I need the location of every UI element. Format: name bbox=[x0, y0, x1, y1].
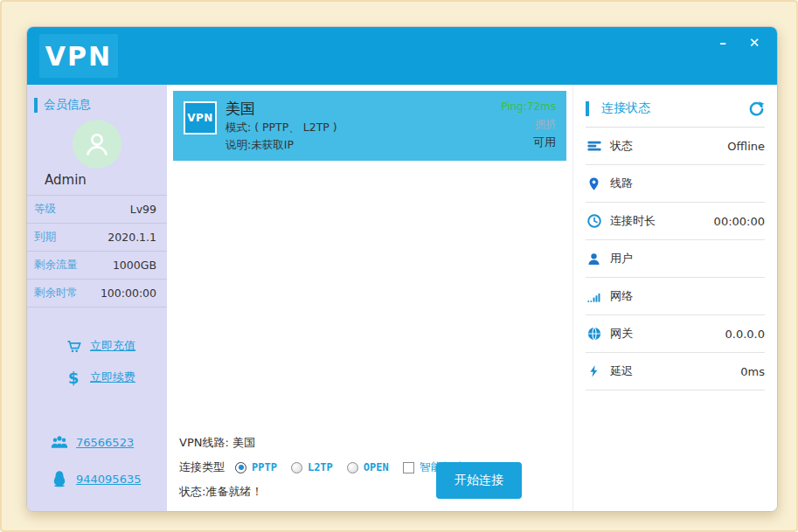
radio-icon[interactable] bbox=[347, 462, 358, 473]
section-marker bbox=[586, 101, 589, 116]
protocol-radio-l2tp[interactable]: L2TP bbox=[291, 461, 333, 473]
lightning-icon bbox=[586, 363, 602, 380]
stat-label: 剩余流量 bbox=[34, 258, 78, 273]
status-row-network: 网络 bbox=[586, 278, 765, 315]
stat-value: Lv99 bbox=[130, 203, 156, 216]
server-row-usa[interactable]: VPN 美国 模式: ( PPTP、 L2TP ) 说明:未获取IP Ping:… bbox=[173, 91, 566, 161]
checkbox-icon[interactable] bbox=[403, 462, 414, 473]
stat-value: 2020.1.1 bbox=[108, 231, 156, 244]
status-row-label: 线路 bbox=[610, 176, 633, 191]
status-row-state: 状态 Offline bbox=[586, 128, 765, 165]
server-name: 美国 bbox=[226, 99, 337, 119]
radio-selected-icon[interactable] bbox=[235, 462, 246, 473]
status-row-value: 00:00:00 bbox=[714, 215, 765, 228]
app-logo: VPN bbox=[39, 34, 118, 78]
group-icon bbox=[50, 432, 69, 452]
renew-link-label: 立即续费 bbox=[90, 370, 135, 385]
stat-row-traffic: 剩余流量 1000GB bbox=[27, 252, 167, 280]
member-info-title: 会员信息 bbox=[44, 97, 91, 113]
username: Admin bbox=[27, 170, 167, 196]
connect-button[interactable]: 开始连接 bbox=[436, 462, 522, 499]
dollar-icon: $ bbox=[66, 370, 81, 385]
user-avatar-icon bbox=[80, 127, 114, 162]
qq-number: 944095635 bbox=[76, 473, 141, 486]
protocol-radio-pptp[interactable]: PPTP bbox=[235, 461, 277, 473]
stat-label: 到期 bbox=[34, 230, 56, 245]
status-panel-header: 连接状态 bbox=[586, 95, 765, 121]
window-controls: – ✕ bbox=[714, 34, 763, 52]
user-icon bbox=[586, 251, 602, 267]
stat-label: 等级 bbox=[34, 202, 56, 217]
app-logo-text: VPN bbox=[45, 41, 112, 72]
status-row-label: 网关 bbox=[610, 326, 633, 342]
vpn-badge-text: VPN bbox=[185, 103, 215, 133]
connection-controls: VPN线路: 美国 连接类型 PPTP L2TP bbox=[167, 433, 572, 511]
title-bar[interactable]: VPN – ✕ bbox=[27, 27, 777, 85]
connection-type-label: 连接类型 bbox=[179, 459, 225, 475]
status-row-line: 线路 bbox=[586, 165, 765, 203]
cart-icon bbox=[66, 338, 81, 354]
server-flag-badge: VPN bbox=[184, 101, 217, 135]
member-sidebar: 会员信息 Admin 等级 Lv99 到期 2020.1.1 bbox=[27, 85, 167, 511]
server-list-area: VPN 美国 模式: ( PPTP、 L2TP ) 说明:未获取IP Ping:… bbox=[167, 85, 572, 511]
section-marker bbox=[34, 98, 38, 113]
stat-value: 100:00:00 bbox=[101, 287, 156, 300]
protocol-label: PPTP bbox=[252, 461, 277, 473]
member-info-header: 会员信息 bbox=[34, 97, 167, 113]
qq-icon bbox=[50, 469, 69, 488]
status-row-label: 用户 bbox=[610, 251, 633, 266]
account-links: 立即充值 $ 立即续费 bbox=[27, 330, 167, 393]
protocol-radio-open[interactable]: OPEN bbox=[347, 461, 389, 473]
recharge-link-label: 立即充值 bbox=[90, 338, 135, 354]
protocol-label: OPEN bbox=[364, 461, 389, 473]
status-row-value: 0.0.0.0 bbox=[725, 328, 765, 341]
signal-bars-icon bbox=[586, 288, 602, 305]
refresh-icon[interactable] bbox=[748, 100, 765, 117]
stat-label: 剩余时常 bbox=[34, 286, 78, 301]
qq-contact-link[interactable]: 944095635 bbox=[27, 460, 167, 497]
server-description: 说明:未获取IP bbox=[226, 136, 337, 154]
server-list-empty-space bbox=[167, 161, 572, 433]
server-load: 拥挤 bbox=[535, 115, 556, 133]
recharge-link[interactable]: 立即充值 bbox=[27, 330, 167, 362]
globe-icon bbox=[586, 326, 602, 342]
status-row-value: Offline bbox=[727, 140, 765, 153]
clock-icon bbox=[586, 213, 602, 230]
radio-icon[interactable] bbox=[291, 462, 302, 473]
minimize-button[interactable]: – bbox=[714, 34, 732, 52]
stat-value: 1000GB bbox=[113, 259, 156, 272]
vpn-app-window: VPN – ✕ 会员信息 Admin bbox=[26, 26, 778, 512]
selected-line-label: VPN线路: 美国 bbox=[179, 433, 572, 453]
status-row-user: 用户 bbox=[586, 240, 765, 278]
desktop-background: VPN – ✕ 会员信息 Admin bbox=[0, 0, 798, 532]
status-icon bbox=[586, 138, 602, 155]
close-button[interactable]: ✕ bbox=[746, 34, 763, 52]
status-row-duration: 连接时长 00:00:00 bbox=[586, 203, 765, 240]
renew-link[interactable]: $ 立即续费 bbox=[27, 362, 167, 393]
server-ping: Ping:72ms bbox=[501, 99, 556, 115]
status-row-label: 连接时长 bbox=[610, 213, 656, 229]
stat-row-time: 剩余时常 100:00:00 bbox=[27, 280, 167, 307]
status-row-label: 状态 bbox=[610, 138, 633, 154]
status-row-label: 网络 bbox=[610, 288, 633, 304]
status-panel-title: 连接状态 bbox=[601, 100, 748, 116]
protocol-label: L2TP bbox=[308, 461, 333, 473]
server-mode: 模式: ( PPTP、 L2TP ) bbox=[226, 119, 337, 136]
group-number: 76566523 bbox=[76, 436, 134, 449]
status-row-value: 0ms bbox=[740, 365, 765, 378]
status-row-latency: 延迟 0ms bbox=[586, 353, 765, 390]
contact-links: 76566523 944095635 bbox=[27, 424, 167, 497]
avatar bbox=[73, 120, 121, 169]
group-contact-link[interactable]: 76566523 bbox=[27, 424, 167, 460]
stat-row-level: 等级 Lv99 bbox=[27, 196, 167, 224]
map-pin-icon bbox=[586, 176, 602, 192]
server-availability: 可用 bbox=[533, 133, 556, 151]
stat-row-expiry: 到期 2020.1.1 bbox=[27, 224, 167, 252]
status-row-gateway: 网关 0.0.0.0 bbox=[586, 315, 765, 353]
connection-status-panel: 连接状态 状态 Off bbox=[572, 85, 777, 511]
status-row-label: 延迟 bbox=[610, 363, 633, 379]
